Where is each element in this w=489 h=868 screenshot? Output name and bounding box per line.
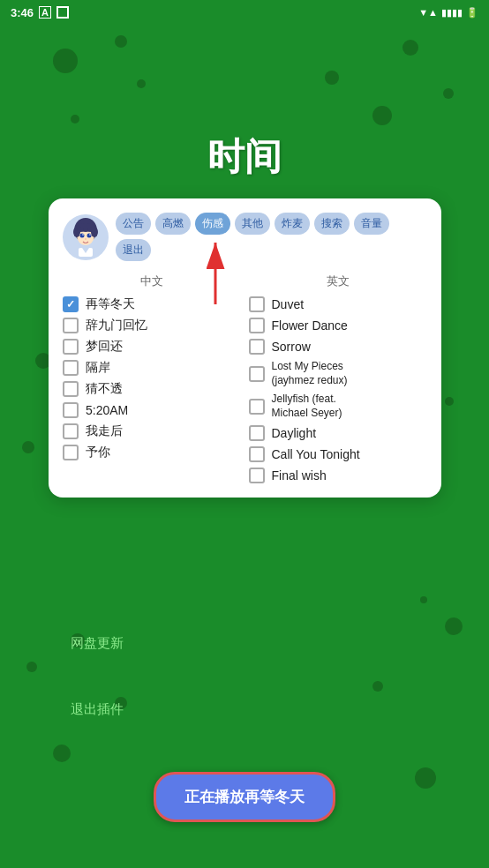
list-item: Call You Tonight [249, 446, 428, 462]
list-item: Flower Dance [249, 318, 428, 333]
arrow-indicator [198, 234, 233, 308]
english-header: 英文 [249, 273, 428, 289]
status-bar: 3:46 A ▼▲ ▮▮▮▮ 🔋 [0, 0, 489, 25]
checkbox-cijiumenhui[interactable] [63, 318, 79, 333]
song-caitoutou: 猜不透 [86, 381, 123, 397]
song-zaidedongtian: 再等冬天 [86, 296, 135, 312]
song-lostmypieces: Lost My Pieces(jayhmez redux) [272, 360, 348, 387]
checkbox-caitoutou[interactable] [63, 381, 79, 397]
list-item: 我走后 [63, 423, 242, 439]
checkbox-yuni[interactable] [63, 445, 79, 460]
list-item: 隔岸 [63, 360, 242, 376]
avatar [63, 214, 109, 260]
song-cijiumenhui: 辞九门回忆 [86, 318, 147, 333]
bottom-links: 网盘更新 [71, 635, 124, 652]
list-item: 梦回还 [63, 339, 242, 355]
signal-icon: ▮▮▮▮ [441, 7, 463, 19]
svg-point-10 [82, 234, 84, 236]
english-song-column: Duvet Flower Dance Sorrow Lost My Pieces… [249, 296, 428, 483]
checkbox-menghuihuan[interactable] [63, 339, 79, 355]
tab-mic-blast[interactable]: 炸麦 [275, 213, 310, 235]
checkbox-finalwish[interactable] [249, 468, 265, 483]
song-yuni: 予你 [86, 445, 110, 460]
tab-announcement[interactable]: 公告 [116, 213, 151, 235]
list-item: Daylight [249, 425, 428, 441]
checkbox-zaidedongtian[interactable] [63, 296, 79, 312]
tabs-row: 公告 高燃 伤感 其他 炸麦 搜索 音量 退出 [116, 213, 427, 261]
svg-point-9 [87, 233, 92, 237]
column-headers: 中文 英文 [63, 273, 427, 289]
list-item: Final wish [249, 468, 428, 483]
checkbox-callyoutonight[interactable] [249, 446, 265, 462]
list-item: 5:20AM [63, 402, 242, 418]
song-menghuihuan: 梦回还 [86, 339, 123, 355]
wifi-icon: ▼▲ [418, 7, 438, 18]
checkbox-duvet[interactable] [249, 296, 265, 312]
chinese-song-column: 再等冬天 辞九门回忆 梦回还 隔岸 猜不透 5:20AM [63, 296, 242, 483]
tab-high-energy[interactable]: 高燃 [155, 213, 191, 235]
list-item: Lost My Pieces(jayhmez redux) [249, 360, 428, 387]
song-daylight: Daylight [272, 426, 317, 440]
tab-search[interactable]: 搜索 [314, 213, 350, 235]
tab-other[interactable]: 其他 [235, 213, 270, 235]
tab-exit[interactable]: 退出 [116, 239, 151, 261]
svg-point-12 [85, 238, 87, 240]
song-gean: 隔岸 [86, 360, 110, 376]
status-time: 3:46 [11, 6, 34, 19]
checkbox-jellyfish[interactable] [249, 399, 265, 415]
tab-volume[interactable]: 音量 [354, 213, 389, 235]
song-wozouhou: 我走后 [86, 423, 123, 439]
checkbox-lostmypieces[interactable] [249, 366, 265, 382]
card-header: 公告 高燃 伤感 其他 炸麦 搜索 音量 退出 [63, 213, 427, 261]
checkbox-flowerdance[interactable] [249, 318, 265, 333]
quit-plugin-link[interactable]: 退出插件 [71, 701, 124, 718]
song-callyoutonight: Call You Tonight [272, 447, 360, 461]
update-link[interactable]: 网盘更新 [71, 635, 124, 652]
song-finalwish: Final wish [272, 468, 327, 483]
status-icon-square [56, 6, 69, 19]
main-card: 公告 高燃 伤感 其他 炸麦 搜索 音量 退出 中文 英文 再等冬天 辞九门回忆 [49, 198, 441, 498]
list-item: 辞九门回忆 [63, 318, 242, 333]
checkbox-520am[interactable] [63, 402, 79, 418]
checkbox-wozouhou[interactable] [63, 423, 79, 439]
song-sorrow: Sorrow [272, 340, 311, 354]
list-item: Jellyfish (feat.Michael Seyer) [249, 393, 428, 420]
status-icon-a: A [39, 6, 51, 19]
checkbox-sorrow[interactable] [249, 339, 265, 355]
song-list: 再等冬天 辞九门回忆 梦回还 隔岸 猜不透 5:20AM [63, 296, 427, 483]
svg-point-8 [80, 233, 85, 237]
list-item: Sorrow [249, 339, 428, 355]
list-item: 猜不透 [63, 381, 242, 397]
list-item: 予你 [63, 445, 242, 460]
song-duvet: Duvet [272, 297, 305, 311]
svg-point-11 [89, 234, 91, 236]
svg-point-6 [77, 227, 84, 232]
app-title: 时间 [207, 132, 282, 182]
song-520am: 5:20AM [86, 403, 128, 417]
list-item: Duvet [249, 296, 428, 312]
song-jellyfish: Jellyfish (feat.Michael Seyer) [272, 393, 342, 420]
now-playing-button[interactable]: 正在播放再等冬天 [154, 772, 335, 822]
tab-sad[interactable]: 伤感 [195, 213, 230, 235]
battery-icon: 🔋 [466, 7, 478, 19]
quit-link-container: 退出插件 [71, 701, 124, 718]
song-flowerdance: Flower Dance [272, 318, 348, 333]
svg-point-7 [87, 227, 94, 232]
checkbox-daylight[interactable] [249, 425, 265, 441]
checkbox-gean[interactable] [63, 360, 79, 376]
